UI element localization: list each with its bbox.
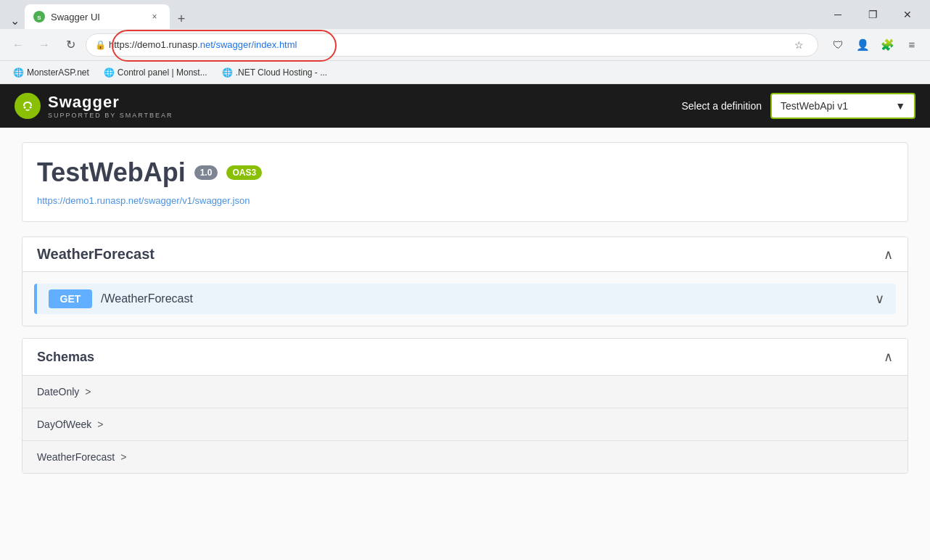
address-icons: ☆ [789,35,809,55]
bookmark-globe-icon-3: 🌐 [222,67,233,78]
bookmark-label-3: .NET Cloud Hosting - ... [236,67,328,78]
schemas-section: Schemas ∧ DateOnly > DayOfWeek > Weather… [22,338,908,474]
weatherforecast-section: WeatherForecast ∧ GET /WeatherForecast ∨ [22,236,908,326]
tab-history-button[interactable]: ⌄ [6,12,23,29]
api-spec-link[interactable]: https://demo1.runasp.net/swagger/v1/swag… [37,195,250,206]
endpoint-path: /WeatherForecast [101,292,866,305]
api-version-badge: 1.0 [194,165,218,180]
api-title-row: TestWebApi 1.0 OAS3 [37,157,893,188]
lock-icon: 🔒 [95,40,106,50]
bookmark-monsterasp[interactable]: 🌐 MonsterASP.net [7,65,95,81]
browser-window: ⌄ S Swagger UI × + ─ ❐ ✕ ← → ↻ � [0,0,930,560]
bookmark-label: MonsterASP.net [27,67,89,78]
swagger-logo-text: Swagger Supported by SMARTBEAR [48,93,173,119]
swagger-definition-select[interactable]: TestWebApi v1 ▼ [770,93,915,119]
active-tab[interactable]: S Swagger UI × [25,4,170,29]
swagger-wordmark: Swagger [48,93,173,112]
schema-dayofweek[interactable]: DayOfWeek > [22,408,908,441]
shield-icon-button[interactable]: 🛡 [827,34,849,56]
swagger-header: Swagger Supported by SMARTBEAR Select a … [0,84,930,128]
swagger-content: TestWebApi 1.0 OAS3 https://demo1.runasp… [0,128,930,560]
bookmark-globe-icon-2: 🌐 [104,67,115,78]
bookmarks-bar: 🌐 MonsterASP.net 🌐 Control panel | Monst… [0,61,930,84]
get-weatherforecast-row[interactable]: GET /WeatherForecast ∨ [34,284,896,314]
schemas-header[interactable]: Schemas ∧ [22,339,908,376]
restore-button[interactable]: ❐ [856,3,889,26]
svg-point-4 [30,107,32,109]
browser-addressbar: ← → ↻ 🔒 https://demo1.runasp.net/swagger… [0,29,930,61]
weatherforecast-endpoints: GET /WeatherForecast ∨ [22,272,908,326]
bookmark-globe-icon: 🌐 [13,67,24,78]
profile-icon-button[interactable]: 👤 [852,34,873,56]
back-button[interactable]: ← [7,34,29,56]
schemas-title: Schemas [37,350,94,365]
schema-dayofweek-expand: > [97,419,103,430]
schema-dateonly[interactable]: DateOnly > [22,376,908,408]
get-method-badge: GET [49,289,92,308]
page-content: Swagger Supported by SMARTBEAR Select a … [0,84,930,560]
new-tab-button[interactable]: + [171,9,192,29]
bookmark-control-panel[interactable]: 🌐 Control panel | Monst... [98,65,213,81]
schema-dayofweek-name: DayOfWeek [37,419,91,430]
svg-point-2 [20,99,35,113]
tab-area: ⌄ S Swagger UI × + [6,0,192,29]
swagger-logo: Swagger Supported by SMARTBEAR [15,93,173,119]
swagger-select-area: Select a definition TestWebApi v1 ▼ [681,93,915,119]
address-bar[interactable]: 🔒 https://demo1.runasp.net/swagger/index… [86,33,818,57]
browser-toolbar-right: 🛡 👤 🧩 ≡ [827,34,923,56]
swagger-select-label: Select a definition [681,100,762,112]
weatherforecast-header[interactable]: WeatherForecast ∧ [22,237,908,272]
schema-weatherforecast-name: WeatherForecast [37,451,115,463]
api-title: TestWebApi [37,157,186,188]
extensions-icon-button[interactable]: 🧩 [876,34,898,56]
schema-dateonly-expand: > [85,386,91,398]
svg-point-3 [24,107,26,109]
refresh-button[interactable]: ↻ [59,34,81,56]
swagger-subtitle: Supported by SMARTBEAR [48,112,173,119]
schema-weatherforecast[interactable]: WeatherForecast > [22,441,908,473]
schemas-collapse-icon: ∧ [884,349,893,365]
browser-titlebar: ⌄ S Swagger UI × + ─ ❐ ✕ [0,0,930,29]
url-scheme: https://demo1.runasp [109,39,197,50]
bookmark-net-cloud[interactable]: 🌐 .NET Cloud Hosting - ... [216,65,334,81]
swagger-select-value: TestWebApi v1 [781,100,848,112]
forward-button[interactable]: → [33,34,55,56]
bookmark-label-2: Control panel | Monst... [118,67,207,78]
tab-favicon: S [33,11,45,22]
tab-title: Swagger UI [51,12,142,22]
weatherforecast-title: WeatherForecast [37,246,155,263]
swagger-select-arrow: ▼ [895,100,905,112]
tab-close-button[interactable]: × [148,10,161,23]
url-path: .net/swagger/index.html [197,39,297,50]
address-text: https://demo1.runasp.net/swagger/index.h… [109,39,297,50]
schema-weatherforecast-expand: > [120,451,126,463]
star-icon[interactable]: ☆ [789,35,809,55]
svg-text:S: S [37,15,41,21]
schema-dateonly-name: DateOnly [37,386,79,398]
schemas-items: DateOnly > DayOfWeek > WeatherForecast > [22,376,908,473]
api-info-block: TestWebApi 1.0 OAS3 https://demo1.runasp… [22,142,908,222]
window-controls: ─ ❐ ✕ [821,3,924,26]
api-oas-badge: OAS3 [226,165,262,180]
close-button[interactable]: ✕ [891,3,924,26]
swagger-logo-icon [15,93,41,119]
weatherforecast-collapse-icon: ∧ [884,247,893,263]
menu-icon-button[interactable]: ≡ [901,34,923,56]
endpoint-expand-icon: ∨ [875,291,884,307]
minimize-button[interactable]: ─ [821,3,855,26]
